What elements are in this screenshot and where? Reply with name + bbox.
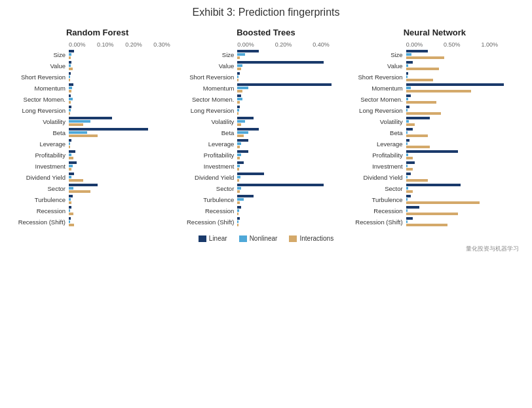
bar-row-nonlinear xyxy=(237,209,350,212)
bar-nonlinear xyxy=(406,209,408,212)
row-label: Recession xyxy=(351,207,406,214)
bar-linear xyxy=(406,206,419,209)
bar-row-interactions xyxy=(237,134,350,137)
bar-interactions xyxy=(237,112,238,115)
bar-row-interactions xyxy=(69,68,181,70)
chart-rows-1: SizeValueShort ReversionMomentumSector M… xyxy=(181,49,350,227)
bar-interactions xyxy=(237,101,240,104)
bar-row-linear xyxy=(69,139,181,142)
row-label: Short Reversion xyxy=(351,73,406,81)
bar-row-linear xyxy=(69,117,181,119)
bar-row-linear xyxy=(237,173,350,175)
bar-row-linear xyxy=(406,195,519,197)
bar-row-interactions xyxy=(406,68,519,70)
bars-area xyxy=(237,94,350,104)
bar-row-interactions xyxy=(69,79,181,81)
bar-row-interactions xyxy=(406,201,519,204)
bar-row-nonlinear xyxy=(69,64,181,67)
bar-row-interactions xyxy=(406,190,519,193)
bar-linear xyxy=(237,195,254,197)
bar-interactions xyxy=(237,157,240,159)
bar-row-linear xyxy=(406,206,519,209)
bar-interactions xyxy=(406,168,413,171)
bar-row-linear xyxy=(237,184,350,186)
bar-row-nonlinear xyxy=(237,198,350,201)
chart-row: Beta xyxy=(181,127,350,138)
bar-linear xyxy=(69,61,71,64)
bar-row-nonlinear xyxy=(237,75,350,78)
bar-row-nonlinear xyxy=(237,131,350,134)
bar-linear xyxy=(237,94,241,97)
bar-nonlinear xyxy=(406,120,409,123)
bar-nonlinear xyxy=(406,98,408,100)
axis-label: 0.00% xyxy=(406,41,444,48)
chart-row: Dividend Yield xyxy=(181,172,350,182)
bar-row-linear xyxy=(406,128,519,131)
bar-row-interactions xyxy=(69,56,181,59)
chart-row: Leverage xyxy=(181,138,350,149)
legend-swatch-linear xyxy=(199,235,206,242)
chart-row: Momentum xyxy=(181,83,350,93)
bar-row-nonlinear xyxy=(69,98,181,100)
row-label: Turbulence xyxy=(13,196,69,203)
bar-nonlinear xyxy=(237,120,245,123)
bars-area xyxy=(69,50,181,59)
bar-linear xyxy=(237,72,240,75)
bar-row-linear xyxy=(237,139,350,142)
bar-linear xyxy=(69,150,75,153)
axis-label: 0.10% xyxy=(97,41,125,48)
row-label: Sector Momen. xyxy=(181,96,237,103)
bars-area xyxy=(406,195,519,204)
chart-row: Volatility xyxy=(351,116,519,127)
chart-row: Sector Momen. xyxy=(351,94,519,104)
bar-interactions xyxy=(406,213,458,215)
bar-nonlinear xyxy=(69,87,72,89)
bar-linear xyxy=(406,83,504,86)
row-label: Momentum xyxy=(181,85,237,92)
bar-row-interactions xyxy=(406,79,519,81)
bars-area xyxy=(69,106,181,115)
row-label: Turbulence xyxy=(351,196,406,203)
bar-row-nonlinear xyxy=(406,87,519,89)
row-label: Size xyxy=(181,51,237,58)
bar-nonlinear xyxy=(237,98,242,100)
bars-area xyxy=(69,184,181,193)
row-label: Investment xyxy=(351,163,406,170)
bar-row-linear xyxy=(69,206,181,209)
bar-row-interactions xyxy=(406,134,519,137)
bar-interactions xyxy=(406,157,413,159)
bar-interactions xyxy=(406,201,480,204)
row-label: Sector xyxy=(351,185,406,192)
bars-area xyxy=(406,61,519,70)
chart-row: Investment xyxy=(13,161,181,171)
bar-nonlinear xyxy=(237,153,241,156)
chart-row: Value xyxy=(351,60,519,71)
chart-row: Turbulence xyxy=(181,194,350,205)
bar-row-linear xyxy=(237,106,350,108)
page-title: Exhibit 3: Prediction fingerprints xyxy=(7,7,525,18)
chart-row: Short Reversion xyxy=(351,71,519,82)
bar-row-linear xyxy=(406,50,519,52)
chart-section-0: Random Forest0.00%0.10%0.20%0.30%SizeVal… xyxy=(13,28,181,227)
bar-row-nonlinear xyxy=(237,153,350,156)
chart-row: Volatility xyxy=(181,116,350,127)
bar-interactions xyxy=(69,134,98,137)
bar-row-interactions xyxy=(69,213,181,215)
bar-row-linear xyxy=(237,94,350,97)
row-label: Leverage xyxy=(351,140,406,148)
bar-row-nonlinear xyxy=(237,187,350,190)
bar-interactions xyxy=(406,179,428,182)
bars-area xyxy=(237,150,350,159)
bar-row-linear xyxy=(69,173,181,175)
bar-linear xyxy=(69,184,98,186)
bar-nonlinear xyxy=(69,120,90,123)
bar-nonlinear xyxy=(69,176,71,178)
bar-row-interactions xyxy=(237,56,350,59)
bar-row-linear xyxy=(69,61,181,64)
bar-row-nonlinear xyxy=(69,142,181,145)
bar-linear xyxy=(69,83,73,86)
row-label: Volatility xyxy=(13,118,69,125)
chart-row: Beta xyxy=(13,127,181,138)
row-label: Long Reversion xyxy=(181,107,237,114)
bar-interactions xyxy=(237,201,240,204)
